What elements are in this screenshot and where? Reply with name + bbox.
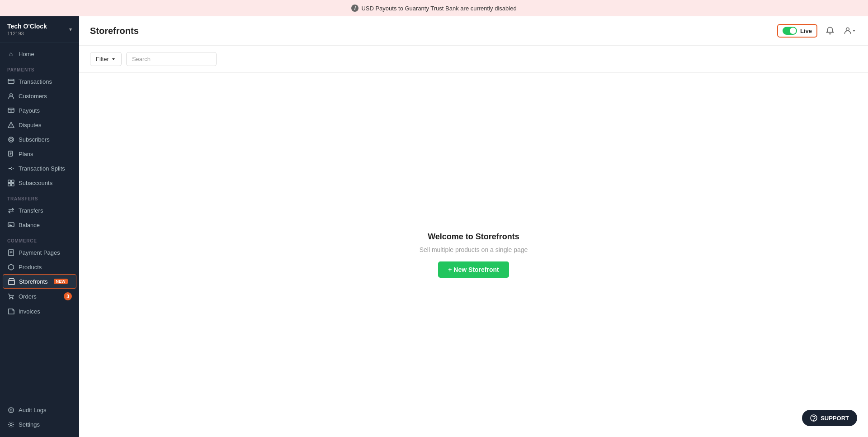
customers-icon xyxy=(7,92,14,100)
subscribers-icon xyxy=(7,136,14,143)
section-label-payments: PAYMENTS xyxy=(0,61,79,74)
sidebar-item-label: Subscribers xyxy=(19,136,50,143)
svg-rect-13 xyxy=(11,180,14,182)
search-input[interactable] xyxy=(126,52,217,66)
banner-message: USD Payouts to Guaranty Trust Bank are c… xyxy=(361,5,516,12)
subaccounts-icon xyxy=(7,179,14,186)
sidebar-item-subscribers[interactable]: Subscribers xyxy=(0,132,79,147)
sidebar-item-subaccounts[interactable]: Subaccounts xyxy=(0,176,79,190)
balance-icon xyxy=(7,221,14,228)
sidebar-nav: ⌂ Home PAYMENTS Transactions Customers xyxy=(0,43,79,397)
invoices-icon xyxy=(7,308,14,315)
section-label-transfers: TRANSFERS xyxy=(0,190,79,203)
sidebar-item-label: Subaccounts xyxy=(19,180,52,186)
sidebar-item-transaction-splits[interactable]: Transaction Splits xyxy=(0,161,79,176)
live-toggle-switch[interactable] xyxy=(783,27,797,35)
plans-icon xyxy=(7,150,14,157)
notifications-button[interactable] xyxy=(823,24,837,38)
sidebar-item-label: Transfers xyxy=(19,207,43,214)
svg-point-28 xyxy=(12,298,13,299)
user-menu-button[interactable] xyxy=(843,24,857,38)
sidebar-item-label: Storefronts xyxy=(19,278,48,285)
empty-state: Welcome to Storefronts Sell multiple pro… xyxy=(79,73,868,437)
user-icon xyxy=(844,27,852,35)
new-storefront-button[interactable]: + New Storefront xyxy=(438,261,509,278)
sidebar-item-label: Products xyxy=(19,264,42,271)
sidebar-item-disputes[interactable]: Disputes xyxy=(0,118,79,132)
sidebar-item-balance[interactable]: Balance xyxy=(0,218,79,232)
svg-point-35 xyxy=(813,420,814,421)
sidebar-item-customers[interactable]: Customers xyxy=(0,89,79,103)
live-toggle[interactable]: Live xyxy=(777,24,817,38)
chevron-down-icon: ▾ xyxy=(69,26,72,33)
svg-rect-14 xyxy=(8,183,10,186)
sidebar-item-label: Payouts xyxy=(19,107,40,114)
svg-rect-26 xyxy=(8,280,14,284)
sidebar-item-plans[interactable]: Plans xyxy=(0,147,79,161)
support-label: SUPPORT xyxy=(821,415,849,422)
sidebar-item-invoices[interactable]: Invoices xyxy=(0,304,79,318)
audit-logs-icon xyxy=(7,406,14,413)
sidebar-item-storefronts[interactable]: Storefronts New xyxy=(3,274,76,289)
sidebar: Tech O'Clock 112193 ▾ ⌂ Home PAYMENTS Tr… xyxy=(0,16,79,437)
toolbar: Filter xyxy=(79,46,868,73)
sidebar-item-label: Balance xyxy=(19,222,40,228)
brand-name: Tech O'Clock xyxy=(7,23,47,30)
orders-icon xyxy=(7,293,14,300)
sidebar-item-transfers[interactable]: Transfers xyxy=(0,203,79,218)
svg-rect-15 xyxy=(11,183,14,186)
brand-id: 112193 xyxy=(7,31,47,36)
svg-point-5 xyxy=(10,110,12,112)
disputes-icon xyxy=(7,121,14,128)
home-icon: ⌂ xyxy=(7,50,14,57)
sidebar-item-label: Invoices xyxy=(19,308,40,315)
sidebar-item-settings[interactable]: Settings xyxy=(0,417,79,432)
sidebar-item-label: Home xyxy=(19,51,34,57)
toggle-knob xyxy=(790,28,796,34)
empty-state-title: Welcome to Storefronts xyxy=(428,232,519,242)
info-icon: i xyxy=(351,5,359,12)
storefronts-new-badge: New xyxy=(54,279,68,284)
main-header: Storefronts Live xyxy=(79,16,868,46)
sidebar-item-payment-pages[interactable]: Payment Pages xyxy=(0,245,79,260)
sidebar-item-label: Transaction Splits xyxy=(19,165,65,172)
chevron-down-icon xyxy=(852,28,856,33)
bell-icon xyxy=(826,27,834,35)
svg-rect-18 xyxy=(8,222,14,226)
settings-icon xyxy=(7,421,14,428)
sidebar-item-label: Transactions xyxy=(19,78,52,85)
sidebar-item-payouts[interactable]: Payouts xyxy=(0,103,79,118)
orders-count-badge: 3 xyxy=(64,292,72,300)
transfers-icon xyxy=(7,207,14,214)
sidebar-item-audit-logs[interactable]: Audit Logs xyxy=(0,403,79,417)
transaction-splits-icon xyxy=(7,165,14,172)
sidebar-item-products[interactable]: Products xyxy=(0,260,79,274)
page-title: Storefronts xyxy=(90,26,139,36)
svg-rect-0 xyxy=(8,79,14,83)
filter-button[interactable]: Filter xyxy=(90,52,122,66)
sidebar-bottom: Audit Logs Settings xyxy=(0,397,79,437)
svg-point-31 xyxy=(10,409,11,410)
payment-pages-icon xyxy=(7,249,14,256)
support-button[interactable]: SUPPORT xyxy=(802,410,857,426)
sidebar-item-label: Customers xyxy=(19,93,47,100)
header-actions: Live xyxy=(777,24,857,38)
svg-point-2 xyxy=(9,93,12,96)
svg-point-7 xyxy=(10,126,11,127)
live-label: Live xyxy=(800,28,812,34)
sidebar-item-home[interactable]: ⌂ Home xyxy=(0,47,79,61)
sidebar-item-label: Settings xyxy=(19,421,40,428)
svg-point-27 xyxy=(9,298,10,299)
section-label-commerce: COMMERCE xyxy=(0,232,79,245)
sidebar-item-label: Orders xyxy=(19,293,37,300)
sidebar-item-orders[interactable]: Orders 3 xyxy=(0,289,79,304)
sidebar-item-label: Disputes xyxy=(19,122,42,128)
brand-selector[interactable]: Tech O'Clock 112193 ▾ xyxy=(0,16,79,43)
svg-rect-12 xyxy=(8,180,10,182)
transactions-icon xyxy=(7,78,14,85)
sidebar-item-label: Payment Pages xyxy=(19,249,60,256)
storefronts-icon xyxy=(8,278,15,285)
sidebar-item-transactions[interactable]: Transactions xyxy=(0,74,79,89)
main-content: Storefronts Live Filter xyxy=(79,16,868,437)
chevron-down-icon xyxy=(111,57,116,62)
